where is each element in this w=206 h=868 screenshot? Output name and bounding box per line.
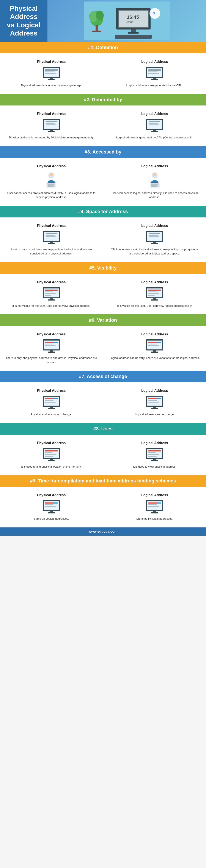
- col-title-right-generated-by: Logical Address: [141, 112, 168, 116]
- section-body-visibility: Physical Address It is not visible for t…: [0, 274, 206, 314]
- svg-rect-146: [45, 456, 53, 457]
- icon-right-access-of-change: [145, 395, 164, 410]
- svg-rect-11: [131, 30, 136, 33]
- svg-rect-20: [45, 71, 55, 72]
- col-text-left-variation: There is only one physical address to on…: [5, 356, 97, 364]
- svg-rect-47: [149, 126, 157, 126]
- icon-left-definition: [42, 66, 61, 81]
- icon-right-definition: [145, 66, 164, 81]
- svg-rect-166: [48, 513, 55, 514]
- header-image: 16:45 Monday G: [48, 0, 206, 42]
- svg-rect-117: [157, 342, 161, 343]
- section-body-accessed-by: Physical Address User cannot access phys…: [0, 158, 206, 206]
- svg-rect-73: [46, 237, 56, 237]
- section-header-generated-by: #2. Generated by: [0, 94, 206, 105]
- col-title-left-accessed-by: Physical Address: [37, 164, 66, 168]
- col-title-left-definition: Physical Address: [37, 60, 66, 64]
- svg-rect-37: [46, 124, 56, 125]
- col-title-right-uses: Logical Address: [141, 441, 168, 445]
- svg-rect-38: [46, 126, 53, 126]
- svg-rect-56: [48, 185, 53, 186]
- svg-rect-173: [148, 506, 159, 507]
- icon-right-space-for-address: [145, 230, 164, 245]
- svg-rect-152: [148, 451, 161, 452]
- svg-rect-137: [148, 402, 159, 403]
- svg-rect-110: [45, 345, 56, 346]
- col-text-right-time-compilation: Same as Physical addresses.: [136, 517, 173, 521]
- svg-rect-21: [45, 73, 56, 74]
- section-right-space-for-address: Logical Address CPU generates a set of l…: [103, 222, 206, 258]
- col-text-left-uses: It is used to find physical location of …: [21, 465, 81, 469]
- col-text-left-definition: Physical address is a location of memory…: [21, 83, 82, 88]
- svg-rect-90: [45, 291, 53, 292]
- section-generated-by: #2. Generated by Physical Address Physic…: [0, 94, 206, 146]
- section-variation: #6. Variation Physical Address There is …: [0, 314, 206, 371]
- icon-right-generated-by: [145, 118, 164, 133]
- svg-rect-94: [48, 300, 55, 301]
- icon-right-variation: [145, 339, 164, 354]
- section-right-variation: Logical Address Logical address can be v…: [103, 330, 206, 366]
- svg-rect-80: [149, 233, 160, 234]
- section-right-uses: Logical Address It is used to view physi…: [103, 439, 206, 471]
- col-title-right-variation: Logical Address: [141, 332, 168, 336]
- svg-rect-66: [151, 186, 157, 187]
- svg-rect-108: [53, 342, 58, 343]
- svg-rect-143: [45, 451, 58, 452]
- section-left-generated-by: Physical Address Physical address is gen…: [0, 110, 103, 142]
- svg-rect-64: [151, 184, 158, 185]
- col-text-right-definition: Logical addresses are generated by the C…: [126, 83, 183, 88]
- svg-rect-121: [151, 351, 158, 352]
- svg-rect-175: [151, 513, 158, 514]
- svg-rect-55: [48, 184, 54, 185]
- svg-rect-157: [151, 460, 158, 461]
- svg-rect-81: [149, 235, 158, 236]
- svg-rect-49: [151, 131, 158, 132]
- section-body-space-for-address: Physical Address A set of physical addre…: [0, 217, 206, 262]
- svg-rect-153: [148, 452, 156, 453]
- section-left-variation: Physical Address There is only one physi…: [0, 330, 103, 366]
- col-text-left-time-compilation: Same as Logical addresses.: [34, 517, 69, 521]
- col-title-left-generated-by: Physical Address: [37, 112, 66, 116]
- section-right-access-of-change: Logical Address Logical address can be c…: [103, 386, 206, 419]
- section-left-uses: Physical Address It is used to find phys…: [0, 439, 103, 471]
- section-definition: #1. Definition Physical Address Physical…: [0, 42, 206, 94]
- header-illustration: 16:45 Monday G: [84, 1, 170, 40]
- svg-rect-92: [45, 295, 51, 296]
- icon-left-visibility: [42, 287, 61, 302]
- svg-rect-12: [128, 32, 139, 34]
- section-header-access-of-change: #7. Access of change: [0, 371, 206, 382]
- section-header-variation: #6. Variation: [0, 314, 206, 326]
- svg-rect-44: [149, 121, 160, 122]
- svg-rect-74: [46, 238, 53, 238]
- svg-rect-103: [151, 300, 158, 301]
- svg-rect-82: [149, 237, 159, 237]
- col-title-left-uses: Physical Address: [37, 441, 66, 445]
- icon-left-accessed-by: [43, 171, 60, 189]
- section-left-definition: Physical Address Physical address is a l…: [0, 58, 103, 90]
- svg-rect-36: [46, 123, 55, 124]
- svg-text:G: G: [153, 11, 155, 15]
- svg-rect-89: [45, 289, 58, 290]
- section-header-visibility: #5. Visibility: [0, 262, 206, 274]
- col-text-left-visibility: It is not visible for the user. User can…: [12, 304, 90, 308]
- col-title-right-accessed-by: Logical Address: [141, 164, 168, 168]
- icon-left-variation: [42, 339, 61, 354]
- icon-left-access-of-change: [42, 395, 61, 410]
- svg-rect-148: [48, 460, 55, 461]
- svg-point-51: [50, 173, 53, 176]
- section-left-accessed-by: Physical Address User cannot access phys…: [0, 162, 103, 202]
- section-left-visibility: Physical Address It is not visible for t…: [0, 278, 103, 310]
- icon-right-accessed-by: [146, 171, 163, 189]
- svg-rect-119: [148, 345, 159, 346]
- col-text-right-generated-by: Logical address is generated by CPU (Cen…: [116, 135, 193, 140]
- svg-rect-5: [92, 31, 101, 32]
- svg-point-60: [153, 173, 156, 176]
- col-text-right-visibility: It is visible for the user. User can vie…: [117, 304, 192, 308]
- svg-rect-72: [46, 235, 55, 236]
- svg-rect-144: [45, 452, 52, 453]
- svg-rect-46: [149, 124, 159, 125]
- website-url: www.educba.com: [88, 530, 118, 533]
- col-title-left-variation: Physical Address: [37, 332, 66, 336]
- svg-rect-139: [151, 408, 158, 409]
- svg-rect-76: [48, 243, 55, 244]
